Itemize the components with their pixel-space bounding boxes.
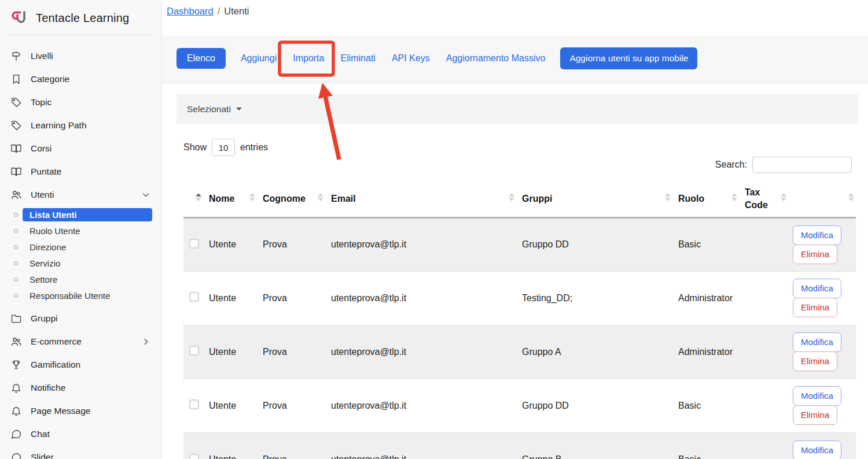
row-checkbox[interactable] [189,239,199,249]
column-header-actions[interactable] [788,178,856,217]
sidebar-item-label: Corsi [31,143,52,154]
cell-tax-code [739,379,788,432]
sidebar-nav-bottom: Gruppi E-commerce Gamification Notifiche… [0,303,161,459]
column-header-ruolo[interactable]: Ruolo [672,178,739,217]
elimina-button[interactable]: Elimina [793,351,837,371]
sort-icon [318,193,323,201]
cell-nome: Utente [203,217,257,271]
entries-count-input[interactable] [212,139,235,156]
cell-ruolo: Administrator [672,325,739,379]
sidebar-item-servizio[interactable]: Servizio [0,255,161,271]
sidebar-item-topic[interactable]: Topic [0,91,161,114]
breadcrumb-dashboard-link[interactable]: Dashboard [167,6,214,16]
cell-gruppi: Testing_DD; [516,271,672,325]
column-header-tax-code[interactable]: Tax Code [739,178,788,217]
sidebar-item-slider[interactable]: Slider [0,446,161,459]
sidebar-item-puntate[interactable]: Puntate [0,160,161,183]
modifica-button[interactable]: Modifica [793,332,841,352]
tab-aggiungi[interactable]: Aggiungi [240,48,278,69]
sidebar-item-categorie[interactable]: Categorie [0,68,161,91]
cell-email: utenteprova@tlp.it [325,325,516,379]
selected-dropdown-label: Selezionati [187,104,231,114]
cell-tax-code [739,217,788,271]
cell-nome: Utente [203,432,257,459]
sidebar-item-direzione[interactable]: Direzione [0,239,161,255]
search-input[interactable] [752,157,852,173]
sidebar-item-label: Ruolo Utente [23,224,152,238]
row-checkbox[interactable] [189,399,199,409]
cell-cognome: Prova [257,379,325,432]
cell-nome: Utente [203,379,257,432]
sidebar-item-gamification[interactable]: Gamification [0,353,161,376]
modifica-button[interactable]: Modifica [793,441,841,459]
tab-eliminati[interactable]: Eliminati [339,48,376,69]
tab-api-keys[interactable]: API Keys [391,48,431,69]
table-row: Utente Prova utenteprova@tlp.it Gruppo A… [183,325,856,379]
sidebar-item-ecommerce[interactable]: E-commerce [0,330,161,353]
column-header-cognome[interactable]: Cognome [257,178,325,217]
modifica-button[interactable]: Modifica [793,225,841,245]
table-header-row: Nome Cognome Email Gruppi Ruolo Tax Code [183,178,856,217]
selected-dropdown[interactable]: Selezionati [187,104,242,114]
sidebar-item-ruolo-utente[interactable]: Ruolo Utente [0,223,161,239]
sidebar-item-lista-utenti[interactable]: Lista Utenti [0,206,161,223]
elimina-button[interactable]: Elimina [793,245,837,264]
sidebar-item-label: Categorie [31,74,69,84]
modifica-button[interactable]: Modifica [793,386,841,406]
book-icon [10,166,22,177]
sidebar-item-label: Gamification [31,360,80,370]
tag-icon [10,97,22,108]
column-header-email[interactable]: Email [325,178,516,217]
column-header-select[interactable] [183,178,203,217]
utenti-submenu: Lista Utenti Ruolo Utente Direzione Serv… [0,206,161,303]
sidebar-nav: Livelli Categorie Topic Learning Path Co… [0,35,161,206]
elimina-button[interactable]: Elimina [793,405,837,425]
users-icon [10,189,22,201]
tab-importa[interactable]: Importa [292,48,325,69]
chat-icon [10,451,22,459]
sidebar-item-learning-path[interactable]: Learning Path [0,114,161,137]
row-checkbox[interactable] [189,292,199,302]
table-row: Utente Prova utenteprova@tlp.it Gruppo D… [183,217,856,271]
sidebar-item-livelli[interactable]: Livelli [0,45,161,68]
cell-tax-code [739,271,788,325]
chat-icon [10,428,22,440]
update-users-mobile-app-button[interactable]: Aggiorna utenti su app mobile [560,47,697,69]
sidebar-item-label: Chat [31,429,50,439]
bullet-icon [14,261,18,265]
sidebar-item-corsi[interactable]: Corsi [0,137,161,160]
elimina-button[interactable]: Elimina [793,298,837,317]
sidebar-item-utenti[interactable]: Utenti [0,183,161,206]
sidebar-item-gruppi[interactable]: Gruppi [0,307,161,330]
row-checkbox[interactable] [189,346,199,356]
sort-icon [731,193,737,201]
sidebar-item-responsabile-utente[interactable]: Responsabile Utente [0,287,161,303]
tab-aggiornamento-massivo[interactable]: Aggiornamento Massivo [445,48,547,69]
brand[interactable]: Tentacle Learning [0,0,161,35]
show-label: Show [183,142,207,153]
sidebar-item-label: Lista Utenti [23,208,152,221]
column-header-gruppi[interactable]: Gruppi [516,178,672,217]
column-header-nome[interactable]: Nome [203,178,257,217]
bell-icon [10,405,22,417]
sort-icon [509,193,514,201]
sidebar-item-settore[interactable]: Settore [0,271,161,287]
sort-icon [196,193,201,201]
row-checkbox[interactable] [189,454,199,459]
sidebar-item-page-message[interactable]: Page Message [0,399,161,423]
cell-email: utenteprova@tlp.it [325,379,516,432]
modifica-button[interactable]: Modifica [793,279,841,298]
caret-down-icon [236,108,242,110]
search-control: Search: [715,157,852,173]
sidebar-item-label: Learning Path [31,120,87,131]
tab-elenco[interactable]: Elenco [176,48,226,69]
sidebar-item-chat[interactable]: Chat [0,423,161,446]
signpost-icon [10,50,22,62]
cell-tax-code [739,432,788,459]
sidebar-item-label: Gruppi [31,313,58,324]
sidebar-item-label: Direzione [23,240,152,254]
main-content: Dashboard/Utenti Elenco Aggiungi Importa… [162,0,868,459]
cell-gruppi: Gruppo A [516,325,672,379]
sidebar-item-notifiche[interactable]: Notifiche [0,376,161,399]
breadcrumb: Dashboard/Utenti [167,6,249,17]
